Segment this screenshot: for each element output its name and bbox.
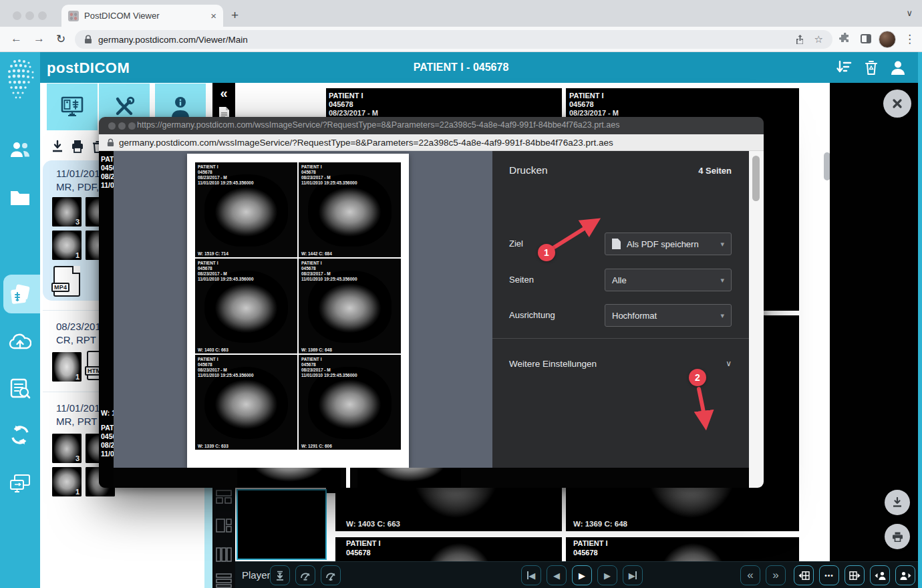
tab-viewer[interactable] bbox=[47, 84, 98, 130]
destination-dropdown[interactable]: Als PDF speichern ▾ bbox=[605, 233, 732, 255]
layout-rows-icon[interactable] bbox=[216, 573, 232, 588]
previous-image-button[interactable]: ◀ bbox=[547, 565, 567, 585]
settings-scrollbar[interactable] bbox=[749, 151, 764, 488]
viewport-bottom-right[interactable]: W: 1369 C: 648 bbox=[566, 488, 799, 531]
browser-menu-icon[interactable]: ⋮ bbox=[904, 32, 915, 46]
montage-cell: PATIENT I04567808/23/2017 - M11/01/2010 … bbox=[299, 162, 401, 257]
scrollbar-thumb[interactable] bbox=[752, 156, 760, 201]
viewport-bottom-left[interactable]: W: 1403 C: 663 bbox=[335, 488, 562, 531]
print-preview-page: PATIENT I04567808/23/2017 - M11/01/2010 … bbox=[187, 154, 409, 468]
more-settings-label: Weitere Einstellungen bbox=[509, 359, 597, 369]
collapse-panel-icon[interactable]: « bbox=[212, 83, 235, 101]
back-button[interactable]: ← bbox=[11, 32, 22, 45]
sidebar-item-share-screen[interactable] bbox=[0, 465, 40, 501]
address-bar[interactable]: germany.postdicom.com/Viewer/Main ☆ bbox=[75, 30, 832, 49]
next-patient-button[interactable] bbox=[895, 565, 915, 585]
download-icon[interactable] bbox=[51, 140, 64, 153]
browser-tab[interactable]: PostDICOM Viewer × bbox=[61, 5, 223, 27]
sidebar-item-worklist[interactable] bbox=[0, 370, 40, 406]
popup-titlebar[interactable]: https://germany.postdicom.com/wssImageSe… bbox=[99, 117, 764, 134]
series-thumbnail[interactable]: 3 bbox=[52, 434, 82, 463]
series-thumbnail[interactable]: 3 bbox=[52, 197, 82, 227]
player-speed-up-button[interactable] bbox=[321, 565, 341, 585]
traffic-light-minimize[interactable] bbox=[25, 11, 34, 20]
new-tab-button[interactable]: + bbox=[231, 8, 239, 23]
folder-icon bbox=[9, 188, 31, 206]
sort-order-icon[interactable] bbox=[835, 59, 853, 76]
close-icon bbox=[892, 98, 903, 109]
postdicom-dot-logo bbox=[5, 56, 36, 112]
underlying-page-strip: PATIENT I 045678 08/23/2017 - M 11/01/20… bbox=[99, 151, 114, 488]
traffic-light-close[interactable] bbox=[13, 11, 21, 20]
bookmark-star-icon[interactable]: ☆ bbox=[814, 33, 823, 45]
print-series-button[interactable] bbox=[885, 524, 910, 549]
viewport-right-column[interactable] bbox=[830, 83, 918, 561]
report-search-icon bbox=[9, 378, 31, 399]
popup-traffic-minimize[interactable] bbox=[118, 122, 126, 130]
viewport-active-empty[interactable] bbox=[237, 489, 327, 560]
last-image-button[interactable]: ▶ bbox=[623, 565, 643, 585]
pdf-file-icon bbox=[612, 239, 621, 249]
series-thumbnail[interactable]: 1 bbox=[52, 231, 82, 260]
patient-title: PATIENT I - 045678 bbox=[0, 61, 922, 74]
dropdown-caret-icon: ▾ bbox=[720, 276, 724, 285]
more-tools-button[interactable]: ••• bbox=[819, 565, 839, 585]
layout-columns-icon[interactable] bbox=[216, 547, 232, 562]
screen: PostDICOM Viewer × + ∨ ← → ↻ germany.pos… bbox=[0, 0, 922, 588]
previous-patient-button[interactable] bbox=[870, 565, 890, 585]
print-icon[interactable] bbox=[71, 140, 84, 153]
study-date: 11/01/201 bbox=[56, 402, 103, 415]
viewport-overlay: PATIENT I bbox=[569, 92, 604, 101]
forward-button[interactable]: → bbox=[33, 32, 45, 45]
play-button[interactable]: ▶ bbox=[572, 565, 592, 585]
tab-close-icon[interactable]: × bbox=[210, 10, 216, 21]
orientation-value: Hochformat bbox=[612, 311, 714, 321]
previous-series-button[interactable]: « bbox=[740, 565, 760, 585]
sidebar-item-patients[interactable] bbox=[0, 131, 40, 167]
lock-icon bbox=[84, 35, 92, 44]
mp4-file-thumbnail[interactable]: MP4 bbox=[53, 266, 80, 297]
sidebar-item-folders[interactable] bbox=[0, 179, 40, 215]
popup-address-bar[interactable]: germany.postdicom.com/wssImageService/?R… bbox=[99, 134, 764, 151]
print-settings-panel: Drucken 4 Seiten Ziel Als PDF speichern … bbox=[492, 151, 749, 468]
next-icon: ▶ bbox=[604, 571, 611, 581]
sidebar-item-upload[interactable] bbox=[0, 323, 40, 359]
profile-avatar[interactable] bbox=[879, 31, 896, 48]
popup-traffic-zoom[interactable] bbox=[128, 122, 136, 130]
series-thumbnail[interactable]: 1 bbox=[52, 467, 82, 496]
window-level-text: W: 1369 C: 648 bbox=[573, 520, 627, 528]
recycle-bin-icon[interactable] bbox=[863, 59, 880, 76]
viewport-next-left[interactable]: PATIENT I 045678 bbox=[335, 537, 562, 561]
series-thumbnail[interactable]: 1 bbox=[52, 352, 82, 382]
next-series-button[interactable]: » bbox=[766, 565, 786, 585]
pages-dropdown[interactable]: Alle ▾ bbox=[605, 269, 732, 291]
user-icon[interactable] bbox=[889, 59, 907, 76]
popup-traffic-close[interactable] bbox=[108, 122, 116, 130]
grid-previous-button[interactable] bbox=[794, 565, 814, 585]
viewport-next-right[interactable]: PATIENT I 045678 bbox=[566, 537, 799, 561]
share-icon[interactable] bbox=[795, 34, 805, 45]
first-image-button[interactable]: ◀ bbox=[521, 565, 541, 585]
popup-address-text: germany.postdicom.com/wssImageService/?R… bbox=[119, 138, 613, 148]
grid-next-button[interactable] bbox=[844, 565, 865, 585]
player-speed-down-button[interactable] bbox=[295, 565, 315, 585]
next-image-button[interactable]: ▶ bbox=[597, 565, 617, 585]
download-series-button[interactable] bbox=[885, 490, 910, 515]
extensions-puzzle-icon[interactable] bbox=[839, 33, 851, 44]
close-series-button[interactable] bbox=[883, 90, 911, 118]
panel-scrollbar[interactable] bbox=[204, 488, 212, 588]
tab-search-chevron-icon[interactable]: ∨ bbox=[906, 8, 913, 18]
orientation-dropdown[interactable]: Hochformat ▾ bbox=[605, 304, 732, 327]
reload-button[interactable]: ↻ bbox=[56, 32, 65, 46]
sidebar-item-image-viewer[interactable] bbox=[0, 277, 40, 313]
sidebar-item-sync[interactable] bbox=[0, 417, 40, 453]
dropdown-caret-icon: ▾ bbox=[720, 240, 724, 249]
player-export-button[interactable] bbox=[270, 565, 290, 585]
last-icon: ▶ bbox=[629, 571, 635, 581]
montage-cell: PATIENT I04567808/23/2017 - M11/01/2010 … bbox=[299, 259, 401, 353]
side-panel-icon[interactable] bbox=[861, 34, 871, 43]
layout-1-plus-2-icon[interactable] bbox=[216, 519, 232, 533]
layout-1-2-icon[interactable] bbox=[216, 490, 232, 504]
traffic-light-zoom[interactable] bbox=[38, 11, 47, 20]
mri-montage: PATIENT I04567808/23/2017 - M11/01/2010 … bbox=[195, 162, 401, 450]
